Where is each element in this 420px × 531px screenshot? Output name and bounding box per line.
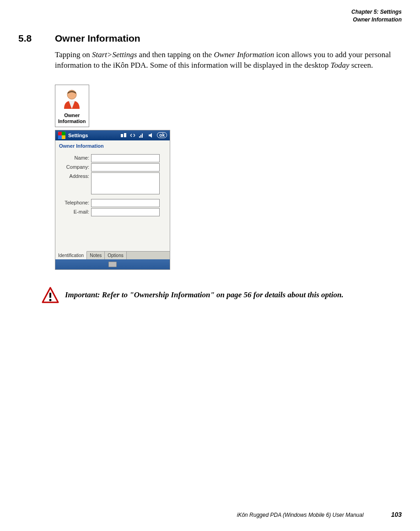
body-paragraph: Tapping on Start>Settings and then tappi… (55, 49, 397, 71)
company-label: Company: (60, 163, 91, 172)
person-icon (60, 87, 83, 110)
icon-label-line2: Information (58, 118, 86, 124)
email-input[interactable] (91, 208, 160, 216)
section-label: Owner Information (18, 16, 402, 24)
section-number: 5.8 (18, 33, 55, 44)
svg-rect-6 (49, 293, 51, 298)
pda-screenshot: Settings ok Owner Information Name: Comp… (55, 130, 170, 270)
svg-rect-1 (121, 134, 123, 137)
start-icon[interactable] (58, 132, 65, 139)
svg-rect-5 (142, 134, 143, 138)
email-label: E-mail: (60, 208, 91, 216)
bottom-bar (55, 259, 170, 269)
section-heading: 5.8 Owner Information (18, 33, 402, 44)
title-bar-text: Settings (68, 133, 88, 138)
icon-label-line1: Owner (58, 113, 86, 118)
page-footer: iKôn Rugged PDA (Windows Mobile 6) User … (18, 511, 402, 518)
signal-icon (139, 133, 145, 138)
svg-rect-4 (140, 135, 141, 138)
status-tray: ok (120, 132, 167, 138)
sync-icon (129, 133, 136, 138)
chapter-label: Chapter 5: Settings (18, 8, 402, 16)
svg-rect-3 (139, 136, 140, 138)
tab-identification[interactable]: Identification (55, 251, 87, 259)
connection-icon (120, 133, 127, 138)
screen-subheader: Owner Information (55, 140, 170, 151)
svg-point-7 (49, 299, 52, 301)
important-text: Important: Refer to "Ownership Informati… (65, 286, 344, 300)
page-header: Chapter 5: Settings Owner Information (18, 8, 402, 24)
tabs: Identification Notes Options (55, 251, 170, 259)
tab-notes[interactable]: Notes (87, 252, 105, 259)
telephone-input[interactable] (91, 199, 160, 207)
address-label: Address: (60, 172, 91, 194)
important-note: Important: Refer to "Ownership Informati… (41, 286, 402, 305)
owner-info-icon-block: Owner Information (55, 85, 89, 127)
telephone-label: Telephone: (60, 199, 91, 207)
owner-form: Name: Company: Address: Telephone: E-mai… (60, 154, 170, 216)
title-bar: Settings ok (55, 130, 170, 140)
name-input[interactable] (91, 154, 160, 162)
svg-rect-2 (124, 133, 126, 137)
page-number: 103 (391, 511, 402, 518)
company-input[interactable] (91, 163, 160, 172)
name-label: Name: (60, 154, 91, 162)
volume-icon (148, 133, 154, 138)
warning-icon (41, 286, 59, 305)
screen-body: Owner Information Name: Company: Address… (55, 140, 170, 259)
tab-options[interactable]: Options (105, 252, 126, 259)
keyboard-icon[interactable] (108, 262, 117, 267)
manual-title: iKôn Rugged PDA (Windows Mobile 6) User … (237, 512, 364, 518)
address-input[interactable] (91, 172, 160, 194)
ok-button[interactable]: ok (157, 132, 167, 138)
section-title: Owner Information (55, 33, 140, 44)
